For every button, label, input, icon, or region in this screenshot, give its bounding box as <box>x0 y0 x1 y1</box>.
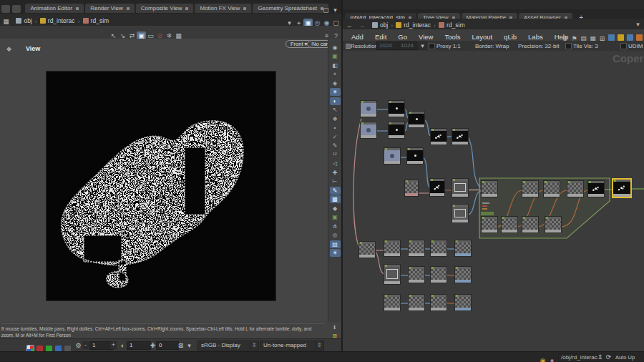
proxy-checkbox[interactable] <box>429 43 435 49</box>
tab-label: Animation Editor <box>30 5 72 11</box>
tile-vis-label: Tile Vis: 3 <box>573 43 598 49</box>
rd-interac-icon <box>396 22 401 28</box>
diamond-icon[interactable]: ◆ <box>330 205 341 212</box>
normals-icon[interactable]: ◁ <box>330 160 341 167</box>
palette-blue-icon[interactable] <box>608 34 615 41</box>
rd-sim-icon <box>439 22 444 28</box>
network-type-watermark: Copern <box>613 52 644 64</box>
tab-label: Motion FX View <box>200 5 240 11</box>
udim-label: UDIM <box>628 43 643 49</box>
left-tab-list: Animation EditorRender ViewComposite Vie… <box>24 0 329 12</box>
tab-close-icon[interactable] <box>76 7 79 10</box>
histogram-dropdown-icon[interactable]: ▾ <box>185 341 194 350</box>
paint-grid-icon[interactable]: ▩ <box>330 195 341 203</box>
right-breadcrumb: obj›rd_interac›rd_sim <box>370 18 467 30</box>
markers-icon[interactable]: ✚ <box>330 169 341 177</box>
precision-label[interactable]: Precision: 32-bit <box>518 43 559 49</box>
left-tab-bar: Animation EditorRender ViewComposite Vie… <box>0 0 341 14</box>
breadcrumb-label: obj <box>24 15 31 27</box>
display-toolbar: ⚙ - 1 + ◐ 1 ✚ 0 ⊠ ▾ sRGB - Display ⇕ Un-… <box>0 338 341 352</box>
resolution-label: Resolution <box>351 43 378 49</box>
auto-update-button[interactable]: Auto Up <box>615 354 635 361</box>
tab-close-icon[interactable] <box>243 7 246 10</box>
view-pin-icon[interactable]: ⌖ <box>330 70 341 78</box>
exposure-minus-button[interactable]: - <box>82 341 89 349</box>
shade-sphere-icon[interactable]: ◐ <box>330 97 341 105</box>
info-icon[interactable]: ℹ <box>329 323 340 331</box>
check-wand-icon[interactable]: ✓ <box>330 133 341 141</box>
visibility-icon[interactable]: ◉ <box>330 44 341 52</box>
right-breadcrumb-bar: ← → obj›rd_interac›rd_sim ▾ <box>343 19 644 29</box>
breadcrumb-rd-interac[interactable]: rd_interac <box>38 15 77 27</box>
tonemap-spinner[interactable]: ⇕ <box>315 341 324 351</box>
cook-indicator-icon[interactable]: ◉ <box>538 356 547 362</box>
tab-render-view[interactable]: Render View <box>85 4 135 13</box>
pane-icon-tab[interactable] <box>1 5 10 13</box>
lock-camera-icon[interactable]: ◧ <box>330 62 341 69</box>
view-menu-icon[interactable]: ❖ <box>4 45 14 54</box>
screen-display-icon[interactable]: ▤ <box>330 240 341 248</box>
draw-icon[interactable]: ✎ <box>330 187 341 195</box>
select-mode-icon[interactable]: ↖ <box>330 106 341 114</box>
spotlight-icon[interactable]: ◈ <box>330 79 341 87</box>
headlight-icon[interactable]: ☀ <box>330 88 341 96</box>
breadcrumb-label: rd_interac <box>48 15 75 27</box>
network-editor[interactable]: Copern <box>343 51 644 351</box>
right-pane: /obj/rd_interac/rd_simTree ViewMaterial … <box>343 0 644 351</box>
memory-indicator-icon[interactable]: ● <box>547 356 557 362</box>
tab-animation-editor[interactable]: Animation Editor <box>25 4 84 13</box>
colorspace-select[interactable]: sRGB - Display <box>197 341 252 351</box>
obj-icon <box>16 18 21 24</box>
udim-checkbox[interactable] <box>620 43 627 49</box>
render-canvas[interactable] <box>47 72 275 300</box>
palette-yellow-icon[interactable] <box>618 34 624 41</box>
status-bar: ◉● /obj/rd_interac... ⇕ ⟳ Auto Up <box>0 351 644 362</box>
rd-interac-icon <box>40 18 46 24</box>
snapshot-green-icon[interactable]: ▣ <box>330 52 341 60</box>
resolution-width-field[interactable]: 1024 <box>376 41 401 50</box>
obj-icon <box>372 22 378 28</box>
left-breadcrumb-bar: ▦ obj›rd_interac›rd_sim ▾⌖▣◎◉▢ <box>0 14 341 26</box>
tab-close-icon[interactable] <box>185 7 188 10</box>
colorspace-spinner[interactable]: ⇕ <box>250 341 259 351</box>
tab-label: Geometry Spreadsheet <box>258 5 317 11</box>
exposure-plus-button[interactable]: + <box>110 341 117 349</box>
tab-composite-view[interactable]: Composite View <box>136 4 194 13</box>
menu-list: AddEditGoViewToolsLayoutqLibLabsHelp <box>346 29 574 41</box>
breadcrumb-rd-sim[interactable]: rd_sim <box>81 15 112 27</box>
network-menu-bar: AddEditGoViewToolsLayoutqLibLabsHelp ⚙⚑▤… <box>343 29 644 41</box>
breadcrumb-label: rd_sim <box>91 15 109 27</box>
circle-icon[interactable]: ◎ <box>330 231 341 239</box>
palette-orange-icon[interactable] <box>636 34 643 41</box>
left-breadcrumb: obj›rd_interac›rd_sim <box>14 14 111 26</box>
pane-icon-tab-2[interactable] <box>12 5 21 13</box>
snap-cubes-icon[interactable]: ❖ <box>330 115 341 123</box>
right-pane-top-strip <box>343 0 644 9</box>
viewport-right-strip: ◉▣◧⌖◈☀◐↖❖•✓✎¹²◁✚⊢✎▩◆▣⋔◎▤☀ <box>328 39 341 322</box>
rd-sim-icon <box>83 18 89 24</box>
branch-icon[interactable]: ⋔ <box>330 222 341 230</box>
light-bulb-icon[interactable]: ☀ <box>330 249 341 257</box>
edit-pencil-icon[interactable]: ✎ <box>330 142 341 150</box>
points-icon[interactable]: • <box>330 124 341 132</box>
tab-close-icon[interactable] <box>127 7 130 10</box>
tab-motion-fx-view[interactable]: Motion FX View <box>195 4 251 13</box>
viewport[interactable]: ❖ View Front ▾ No cam ▾ <box>0 39 328 322</box>
resolution-dropdown-icon[interactable]: ▾ <box>418 41 427 50</box>
contrast-field[interactable]: 1 <box>127 341 151 350</box>
group-box-icon[interactable]: ▣ <box>330 213 341 221</box>
palette-blue2-icon[interactable] <box>627 34 633 41</box>
tile-vis-checkbox[interactable] <box>565 43 572 49</box>
proxy-label: Proxy 1:1 <box>436 43 461 49</box>
camera-select-dropdown[interactable]: No cam ▾ <box>307 40 328 48</box>
breadcrumb-obj[interactable]: obj <box>14 15 34 27</box>
measure-icon[interactable]: ⊢ <box>330 177 341 185</box>
right-path-dropdown-icon[interactable]: ▾ <box>633 20 643 29</box>
status-node-path-field[interactable]: /obj/rd_interac... <box>558 353 598 362</box>
border-label[interactable]: Border: Wrap <box>475 43 509 49</box>
network-icon[interactable]: ▦ <box>1 17 11 26</box>
point-numbers-icon[interactable]: ¹² <box>330 151 341 159</box>
tonemap-select[interactable]: Un-tone-mapped <box>260 341 317 351</box>
status-refresh-icon[interactable]: ⟳ <box>604 353 613 361</box>
tab-geometry-spreadsheet[interactable]: Geometry Spreadsheet <box>253 4 328 13</box>
